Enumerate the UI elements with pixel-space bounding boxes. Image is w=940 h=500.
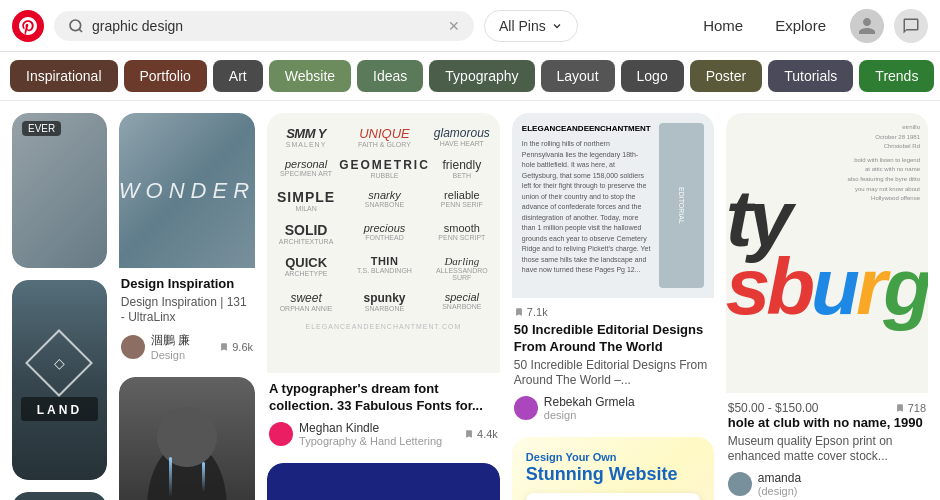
pin-column-2: WONDER Design Inspiration Design Inspira… — [119, 113, 255, 500]
pin-editorial-sub: design — [544, 409, 635, 421]
pin-sea[interactable]: ◈ SEA — [12, 492, 107, 500]
cat-layout[interactable]: Layout — [541, 60, 615, 92]
pin-fonts-avatar — [269, 422, 293, 446]
pin-tysburg-avatar — [728, 472, 752, 496]
pin-wonder-saves: 9.6k — [219, 341, 253, 353]
pin-tysburg-desc: Museum quality Epson print on enhanced m… — [728, 434, 926, 465]
chevron-down-icon — [551, 20, 563, 32]
search-bar[interactable]: ✕ — [54, 11, 474, 41]
pin-editorial[interactable]: ELEGANCEANDEENCHANTMENT In the rolling h… — [512, 113, 714, 425]
pin-website[interactable]: Design Your Own Stunning Website ICE CRE… — [512, 437, 714, 500]
search-icon — [68, 18, 84, 34]
user-avatar[interactable] — [850, 9, 884, 43]
pin-wonder-author: 涸鵬 廉 — [151, 332, 190, 349]
cat-poster[interactable]: Poster — [690, 60, 762, 92]
pin-tysburg[interactable]: ty sb u r g etrnillo October 28 1981 Chr… — [726, 113, 928, 500]
pin-face[interactable] — [119, 377, 255, 500]
pin-column-4: ELEGANCEANDEENCHANTMENT In the rolling h… — [512, 113, 714, 500]
cat-logo[interactable]: Logo — [621, 60, 684, 92]
search-clear-button[interactable]: ✕ — [448, 18, 460, 34]
pin-wonder-title: Design Inspiration — [121, 276, 253, 293]
pin-column-3: SMM Y SMALENY UNIQUE FAITH & GLORY glamo… — [267, 113, 500, 500]
pin-fonts-title: A typographer's dream font collection. 3… — [269, 381, 498, 415]
all-pins-dropdown[interactable]: All Pins — [484, 10, 578, 42]
pin-tysburg-saves: 718 — [895, 402, 926, 414]
pin-ever[interactable]: EVER — [12, 113, 107, 268]
pin-wonder[interactable]: WONDER Design Inspiration Design Inspira… — [119, 113, 255, 365]
pin-editorial-meta: Rebekah Grmela design — [514, 395, 712, 421]
pin-editorial-info: 7.1k 50 Incredible Editorial Designs Fro… — [512, 298, 714, 425]
cat-ideas[interactable]: Ideas — [357, 60, 423, 92]
pin-wonder-desc: Design Inspiration | 131 - UltraLinx — [121, 295, 253, 326]
cat-typography[interactable]: Typography — [429, 60, 534, 92]
pin-editorial-author: Rebekah Grmela — [544, 395, 635, 409]
pin-wonder-meta: 涸鵬 廉 Design 9.6k — [121, 332, 253, 361]
pin-wonder-avatar — [121, 335, 145, 359]
pin-column-5: ty sb u r g etrnillo October 28 1981 Chr… — [726, 113, 928, 500]
pin-editorial-avatar — [514, 396, 538, 420]
pin-fonts[interactable]: SMM Y SMALENY UNIQUE FAITH & GLORY glamo… — [267, 113, 500, 451]
pin-tysburg-title: hole at club with no name, 1990 — [728, 415, 926, 432]
pin-editorial-saves: 7.1k — [514, 306, 712, 318]
nav: Home Explore — [689, 9, 840, 42]
pin-grid: EVER ◇ LAND ◈ — [12, 113, 928, 500]
cat-inspirational[interactable]: Inspirational — [10, 60, 118, 92]
pin-column-1: EVER ◇ LAND ◈ — [12, 113, 107, 500]
pin-tysburg-price: $50.00 - $150.00 — [728, 401, 819, 415]
pin-tysburg-meta: amanda (design) — [728, 471, 926, 497]
pin-fonts-author: Meghan Kindle — [299, 421, 442, 435]
pin-tysburg-author: amanda — [758, 471, 801, 485]
pin-wonder-info: Design Inspiration Design Inspiration | … — [119, 268, 255, 365]
pinterest-logo[interactable] — [12, 10, 44, 42]
search-input[interactable] — [92, 18, 440, 34]
pin-editorial-title: 50 Incredible Editorial Designs From Aro… — [514, 322, 712, 356]
header: ✕ All Pins Home Explore — [0, 0, 940, 52]
main-content: EVER ◇ LAND ◈ — [0, 101, 940, 500]
pin-wonder-sub: Design — [151, 349, 190, 361]
cat-trends[interactable]: Trends — [859, 60, 934, 92]
pin-fonts-sub: Typography & Hand Lettering — [299, 435, 442, 447]
pin-land[interactable]: ◇ LAND — [12, 280, 107, 480]
pin-tysburg-info: $50.00 - $150.00 718 hole at club with n… — [726, 393, 928, 500]
pin-fonts-meta: Meghan Kindle Typography & Hand Letterin… — [269, 421, 498, 447]
nav-explore[interactable]: Explore — [761, 9, 840, 42]
cat-portfolio[interactable]: Portfolio — [124, 60, 207, 92]
messages-button[interactable] — [894, 9, 928, 43]
cat-website[interactable]: Website — [269, 60, 351, 92]
pin-tysburg-sub: (design) — [758, 485, 801, 497]
cat-art[interactable]: Art — [213, 60, 263, 92]
pin-fonts-saves: 4.4k — [464, 428, 498, 440]
category-tabs: Inspirational Portfolio Art Website Idea… — [0, 52, 940, 101]
pin-fonts-info: A typographer's dream font collection. 3… — [267, 373, 500, 451]
svg-line-1 — [79, 29, 82, 32]
pin-editorial-desc: 50 Incredible Editorial Designs From Aro… — [514, 358, 712, 389]
pin-photoshop[interactable]: WHEN SHOULD I USEPHOTOSHOPINDESIGNILLUST… — [267, 463, 500, 500]
nav-home[interactable]: Home — [689, 9, 757, 42]
cat-tutorials[interactable]: Tutorials — [768, 60, 853, 92]
svg-point-0 — [70, 20, 81, 31]
